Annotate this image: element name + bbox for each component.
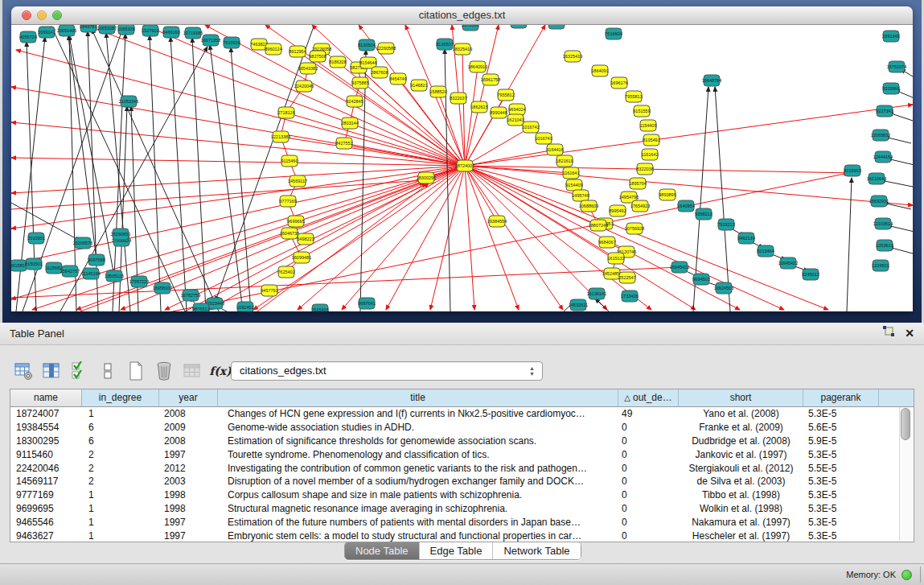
network-edge[interactable] — [170, 37, 187, 311]
network-node[interactable]: 9684067 — [598, 237, 615, 248]
network-node[interactable]: 8912954 — [289, 46, 306, 57]
network-node[interactable]: 1016743 — [535, 133, 552, 144]
table-row[interactable]: 911546021997Tourette syndrome. Phenomeno… — [10, 447, 914, 461]
delete-columns-button[interactable] — [154, 360, 175, 382]
network-node[interactable]: 2867608 — [371, 67, 388, 78]
network-node[interactable]: 8215953 — [844, 165, 860, 176]
network-node[interactable]: 8995492 — [609, 205, 626, 216]
table-row[interactable]: 977716911998Corpus callosum shape and si… — [10, 488, 914, 502]
network-node[interactable]: 8130507 — [436, 39, 453, 50]
network-node[interactable]: 5498223 — [297, 233, 314, 245]
table-cell-short[interactable]: Hescheler et al. (1997) — [679, 530, 803, 542]
table-cell-short[interactable]: Stergiakouli et al. (2012) — [679, 463, 803, 474]
network-node[interactable]: 1621043 — [507, 114, 524, 126]
table-cell-short[interactable]: de Silva et al. (2003) — [679, 476, 803, 487]
network-node[interactable]: 7515526 — [223, 37, 240, 48]
network-edge[interactable] — [465, 166, 607, 310]
network-node[interactable]: 14569117 — [288, 175, 307, 187]
network-node[interactable]: 13505115 — [105, 270, 124, 282]
network-node[interactable]: 16325419 — [563, 51, 582, 62]
table-scrollbar[interactable] — [899, 407, 912, 541]
network-edge[interactable] — [11, 203, 80, 241]
network-node[interactable]: 7919213 — [717, 219, 734, 230]
network-node[interactable]: 1862615 — [470, 101, 487, 113]
table-cell-title[interactable]: Estimation of the future numbers of pati… — [218, 517, 618, 528]
table-cell-pagerank[interactable]: 5.5E-5 — [803, 463, 879, 474]
network-node[interactable]: 20206576 — [73, 237, 92, 249]
network-node[interactable]: 9097588 — [88, 254, 105, 266]
network-node[interactable]: 9687641 — [358, 298, 375, 309]
network-node[interactable]: 9154409 — [565, 179, 582, 191]
table-cell-name[interactable]: 9115460 — [10, 449, 82, 460]
network-node[interactable]: 1527602 — [142, 25, 158, 36]
network-node[interactable]: 8990448 — [490, 107, 507, 118]
minimize-window-button[interactable] — [37, 10, 47, 20]
row-height-button[interactable] — [97, 360, 118, 382]
table-cell-out_degree[interactable]: 0 — [618, 422, 679, 433]
network-node[interactable]: 8322038 — [636, 163, 653, 175]
table-cell-title[interactable]: Structural magnetic resonance image aver… — [218, 503, 618, 514]
network-node[interactable]: 25260650 — [111, 229, 130, 240]
network-node[interactable]: 15751074 — [887, 61, 906, 72]
table-cell-pagerank[interactable]: 5.6E-5 — [803, 422, 879, 433]
network-node[interactable]: 9375885 — [351, 77, 368, 89]
table-cell-in_degree[interactable]: 2 — [82, 463, 159, 474]
table-cell-year[interactable]: 1997 — [159, 517, 218, 528]
table-cell-name[interactable]: 9699695 — [10, 503, 82, 514]
network-edge[interactable] — [342, 166, 465, 310]
network-node[interactable]: 2718126 — [277, 107, 294, 118]
network-node[interactable]: 10945422 — [778, 257, 798, 269]
table-cell-short[interactable]: Yano et al. (2008) — [679, 408, 803, 419]
function-builder-button[interactable]: f(x) — [210, 360, 231, 382]
network-node[interactable]: 5572301 — [462, 25, 478, 31]
table-cell-in_degree[interactable]: 1 — [82, 517, 159, 528]
network-node[interactable]: 16648784 — [702, 75, 721, 86]
table-cell-year[interactable]: 2008 — [159, 408, 218, 419]
column-header-year[interactable]: year — [159, 389, 218, 406]
column-header-out-degree[interactable]: △out_de… — [618, 389, 679, 406]
network-node[interactable]: 1591345 — [882, 31, 899, 42]
table-row[interactable]: 1456911722003Disruption of a novel membe… — [10, 475, 914, 488]
table-cell-in_degree[interactable]: 1 — [82, 489, 159, 501]
table-cell-name[interactable]: 18724007 — [10, 408, 82, 419]
network-edge[interactable] — [281, 137, 465, 166]
network-node[interactable]: 16945422 — [670, 262, 689, 273]
table-cell-out_degree[interactable]: 0 — [618, 435, 679, 447]
network-node[interactable]: 10924503 — [714, 282, 733, 294]
network-node[interactable]: 12444154 — [873, 151, 893, 163]
table-cell-year[interactable]: 2012 — [159, 463, 218, 474]
network-edge[interactable] — [11, 166, 465, 264]
network-node[interactable]: 9227343 — [876, 105, 893, 117]
table-cell-out_degree[interactable]: 0 — [618, 476, 679, 487]
network-edge[interactable] — [165, 166, 465, 310]
network-node[interactable]: 11145194 — [81, 268, 101, 279]
table-cell-title[interactable]: Genome-wide association studies in ADHD. — [218, 422, 618, 433]
table-cell-name[interactable]: 14569117 — [10, 476, 82, 487]
network-node[interactable]: 9694502 — [692, 274, 709, 285]
network-node[interactable]: 21053346 — [119, 96, 138, 107]
network-node[interactable]: 10756928 — [625, 223, 644, 234]
network-node[interactable]: 9893895 — [659, 189, 676, 200]
table-cell-short[interactable]: Dudbridge et al. (2008) — [679, 435, 803, 447]
network-node[interactable]: 7955812 — [497, 89, 514, 101]
table-cell-title[interactable]: Tourette syndrome. Phenomenology and cla… — [218, 449, 618, 460]
table-cell-short[interactable]: Jankovic et al. (1997) — [679, 449, 803, 460]
table-row[interactable]: 946362711997Embryonic stem cells: a mode… — [10, 529, 914, 542]
close-panel-icon[interactable]: ✕ — [905, 323, 914, 344]
table-selector-dropdown[interactable]: citations_edges.txt ▲▼ — [231, 361, 543, 381]
network-edge[interactable] — [715, 87, 730, 311]
tab-node-table[interactable]: Node Table — [345, 542, 420, 559]
network-edge[interactable] — [465, 67, 478, 166]
network-node[interactable]: 8960124 — [265, 43, 281, 55]
network-window-titlebar[interactable]: citations_edges.txt — [11, 6, 913, 25]
table-cell-out_degree[interactable]: 0 — [618, 463, 679, 474]
table-cell-short[interactable]: Franke et al. (2009) — [679, 422, 803, 433]
table-cell-pagerank[interactable]: 5.3E-5 — [803, 489, 879, 501]
network-node[interactable]: 1664815 — [548, 25, 565, 29]
network-node[interactable]: 12093832 — [871, 130, 890, 141]
network-node[interactable]: 16671358 — [201, 35, 220, 46]
network-node[interactable]: 18325419 — [453, 43, 472, 55]
network-node[interactable]: 22420046 — [294, 80, 314, 92]
network-node[interactable]: 9827508 — [309, 51, 326, 62]
network-node[interactable]: 9329966 — [882, 83, 899, 94]
